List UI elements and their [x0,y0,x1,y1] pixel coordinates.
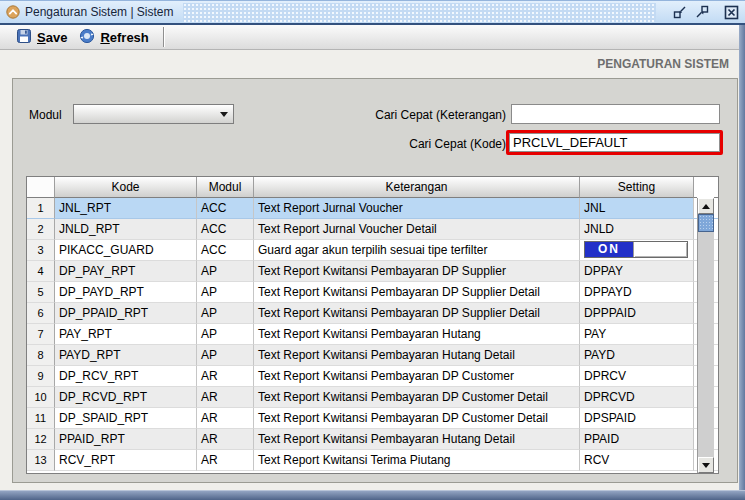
cell-keterangan[interactable]: Text Report Jurnal Voucher Detail [254,219,580,240]
cell-keterangan[interactable]: Text Report Kwitansi Pembayaran Hutang D… [254,429,580,450]
cell-kode[interactable]: DP_PAYD_RPT [55,282,197,303]
cell-modul[interactable]: AP [197,303,254,324]
row-number[interactable]: 9 [27,366,55,387]
cell-modul[interactable]: AP [197,282,254,303]
window-titlebar: Pengaturan Sistem | Sistem [0,0,745,25]
cell-keterangan[interactable]: Guard agar akun terpilih sesuai tipe ter… [254,240,580,261]
row-number[interactable]: 13 [27,450,55,471]
cell-setting[interactable]: DPRCV [580,366,694,387]
cell-kode[interactable]: DP_RCV_RPT [55,366,197,387]
cell-kode[interactable]: DP_PPAID_RPT [55,303,197,324]
titlebar-pattern [183,3,656,22]
toggle-slider[interactable] [633,242,687,257]
row-number[interactable]: 4 [27,261,55,282]
save-button[interactable]: Save [10,26,73,49]
table-row[interactable]: 10DP_RCVD_RPTARText Report Kwitansi Pemb… [27,387,718,408]
table-row[interactable]: 3PIKACC_GUARDACCGuard agar akun terpilih… [27,240,718,261]
cell-kode[interactable]: DP_RCVD_RPT [55,387,197,408]
cell-setting[interactable]: DPSPAID [580,408,694,429]
refresh-button[interactable]: Refresh [73,26,154,49]
table-row[interactable]: 4DP_PAY_RPTAPText Report Kwitansi Pembay… [27,261,718,282]
row-number[interactable]: 3 [27,240,55,261]
table-row[interactable]: 9DP_RCV_RPTARText Report Kwitansi Pembay… [27,366,718,387]
setting-toggle[interactable]: ON [584,241,688,258]
cell-setting[interactable]: DPPAYD [580,282,694,303]
scrollbar-thumb[interactable] [698,214,714,232]
cell-setting[interactable]: ON [580,240,694,261]
cell-setting[interactable]: JNLD [580,219,694,240]
cell-keterangan[interactable]: Text Report Kwitansi Pembayaran DP Custo… [254,408,580,429]
table-row[interactable]: 5DP_PAYD_RPTAPText Report Kwitansi Pemba… [27,282,718,303]
row-number[interactable]: 5 [27,282,55,303]
cell-setting[interactable]: DPRCVD [580,387,694,408]
row-number[interactable]: 8 [27,345,55,366]
cell-kode[interactable]: PAY_RPT [55,324,197,345]
cell-keterangan[interactable]: Text Report Kwitansi Pembayaran Hutang D… [254,345,580,366]
table-row[interactable]: 13RCV_RPTARText Report Kwitansi Terima P… [27,450,718,471]
cell-kode[interactable]: RCV_RPT [55,450,197,471]
header-keterangan[interactable]: Keterangan [254,177,580,198]
scroll-down-button[interactable] [698,457,714,473]
close-window-icon[interactable] [723,4,739,20]
table-row[interactable]: 7PAY_RPTAPText Report Kwitansi Pembayara… [27,324,718,345]
cell-modul[interactable]: AR [197,450,254,471]
cell-keterangan[interactable]: Text Report Kwitansi Pembayaran DP Suppl… [254,282,580,303]
cell-modul[interactable]: ACC [197,219,254,240]
row-number[interactable]: 11 [27,408,55,429]
cari-kode-input[interactable] [509,133,720,152]
table-row[interactable]: 11DP_SPAID_RPTARText Report Kwitansi Pem… [27,408,718,429]
cell-modul[interactable]: ACC [197,198,254,219]
cell-modul[interactable]: AP [197,345,254,366]
cell-kode[interactable]: PIKACC_GUARD [55,240,197,261]
row-number[interactable]: 10 [27,387,55,408]
cell-keterangan[interactable]: Text Report Kwitansi Terima Piutang [254,450,580,471]
table-row[interactable]: 2JNLD_RPTACCText Report Jurnal Voucher D… [27,219,718,240]
cell-keterangan[interactable]: Text Report Kwitansi Pembayaran DP Custo… [254,387,580,408]
cell-setting[interactable]: DPPPAID [580,303,694,324]
scrollbar-track[interactable] [698,232,714,457]
cell-modul[interactable]: AR [197,408,254,429]
cell-keterangan[interactable]: Text Report Jurnal Voucher [254,198,580,219]
table-row[interactable]: 1JNL_RPTACCText Report Jurnal VoucherJNL [27,198,718,219]
row-number[interactable]: 2 [27,219,55,240]
cell-kode[interactable]: DP_SPAID_RPT [55,408,197,429]
cell-modul[interactable]: ACC [197,240,254,261]
header-kode[interactable]: Kode [55,177,197,198]
header-setting[interactable]: Setting [580,177,694,198]
header-modul[interactable]: Modul [197,177,254,198]
cell-kode[interactable]: PAYD_RPT [55,345,197,366]
cell-setting[interactable]: PAY [580,324,694,345]
cell-keterangan[interactable]: Text Report Kwitansi Pembayaran Hutang [254,324,580,345]
cell-keterangan[interactable]: Text Report Kwitansi Pembayaran DP Custo… [254,366,580,387]
cari-keterangan-input[interactable] [511,104,720,124]
cell-setting[interactable]: DPPAY [580,261,694,282]
row-number[interactable]: 12 [27,429,55,450]
modul-dropdown[interactable] [73,104,234,124]
cell-modul[interactable]: AP [197,261,254,282]
float-window-icon[interactable] [672,4,688,20]
table-row[interactable]: 8PAYD_RPTAPText Report Kwitansi Pembayar… [27,345,718,366]
cell-keterangan[interactable]: Text Report Kwitansi Pembayaran DP Suppl… [254,303,580,324]
row-number[interactable]: 6 [27,303,55,324]
maximize-window-icon[interactable] [694,4,710,20]
cell-modul[interactable]: AP [197,324,254,345]
cell-modul[interactable]: AR [197,366,254,387]
cell-modul[interactable]: AR [197,387,254,408]
row-number[interactable]: 1 [27,198,55,219]
cell-setting[interactable]: PPAID [580,429,694,450]
cell-modul[interactable]: AR [197,429,254,450]
cell-kode[interactable]: PPAID_RPT [55,429,197,450]
cell-kode[interactable]: JNLD_RPT [55,219,197,240]
cell-setting[interactable]: RCV [580,450,694,471]
window-right-edge [739,25,745,490]
cell-keterangan[interactable]: Text Report Kwitansi Pembayaran DP Suppl… [254,261,580,282]
vertical-scrollbar[interactable] [697,177,714,473]
cell-kode[interactable]: DP_PAY_RPT [55,261,197,282]
row-number[interactable]: 7 [27,324,55,345]
scroll-up-button[interactable] [698,198,714,214]
cell-setting[interactable]: JNL [580,198,694,219]
table-row[interactable]: 6DP_PPAID_RPTAPText Report Kwitansi Pemb… [27,303,718,324]
cell-setting[interactable]: PAYD [580,345,694,366]
cell-kode[interactable]: JNL_RPT [55,198,197,219]
table-row[interactable]: 12PPAID_RPTARText Report Kwitansi Pembay… [27,429,718,450]
